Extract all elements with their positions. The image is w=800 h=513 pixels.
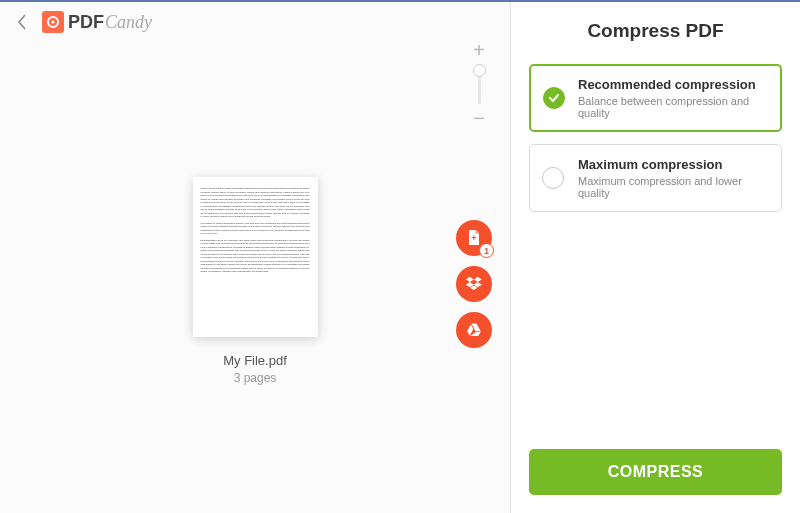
settings-panel: Compress PDF Recommended compression Bal…	[510, 2, 800, 513]
zoom-slider[interactable]: + −	[470, 40, 488, 128]
back-button[interactable]	[8, 8, 36, 36]
page-count-label: 3 pages	[234, 371, 277, 385]
zoom-thumb[interactable]	[473, 64, 486, 77]
preview-panel: PDFCandy + − 1 Lorem ipsum dolor sit ame…	[0, 2, 510, 513]
option-desc: Maximum compression and lower quality	[578, 175, 769, 199]
action-buttons: + 1	[456, 220, 492, 348]
chevron-left-icon	[17, 14, 27, 30]
thumbnail-content: Lorem ipsum dolor sit amet consectetur a…	[201, 187, 310, 274]
zoom-in-icon[interactable]: +	[473, 40, 485, 60]
svg-text:+: +	[471, 233, 476, 243]
option-recommended[interactable]: Recommended compression Balance between …	[529, 64, 782, 132]
radio-unselected-icon	[542, 167, 564, 189]
option-title: Maximum compression	[578, 157, 769, 172]
option-title: Recommended compression	[578, 77, 769, 92]
dropbox-button[interactable]	[456, 266, 492, 302]
option-desc: Balance between compression and quality	[578, 95, 769, 119]
page-thumbnail[interactable]: 1 Lorem ipsum dolor sit amet consectetur…	[193, 177, 318, 337]
zoom-out-icon[interactable]: −	[473, 108, 485, 128]
add-file-badge: 1	[479, 243, 494, 258]
dropbox-icon	[465, 275, 483, 293]
google-drive-button[interactable]	[456, 312, 492, 348]
topbar: PDFCandy	[0, 2, 510, 42]
radio-selected-icon	[543, 87, 565, 109]
option-maximum[interactable]: Maximum compression Maximum compression …	[529, 144, 782, 212]
compress-button[interactable]: COMPRESS	[529, 449, 782, 495]
file-name: My File.pdf	[223, 353, 287, 368]
add-file-button[interactable]: + 1	[456, 220, 492, 256]
google-drive-icon	[465, 321, 483, 339]
logo-mark-icon	[42, 11, 64, 33]
app-logo: PDFCandy	[42, 11, 152, 33]
file-preview: 1 Lorem ipsum dolor sit amet consectetur…	[191, 177, 319, 385]
panel-title: Compress PDF	[529, 20, 782, 42]
logo-text: PDFCandy	[68, 12, 152, 33]
zoom-track[interactable]	[478, 64, 481, 104]
svg-point-1	[52, 21, 55, 24]
